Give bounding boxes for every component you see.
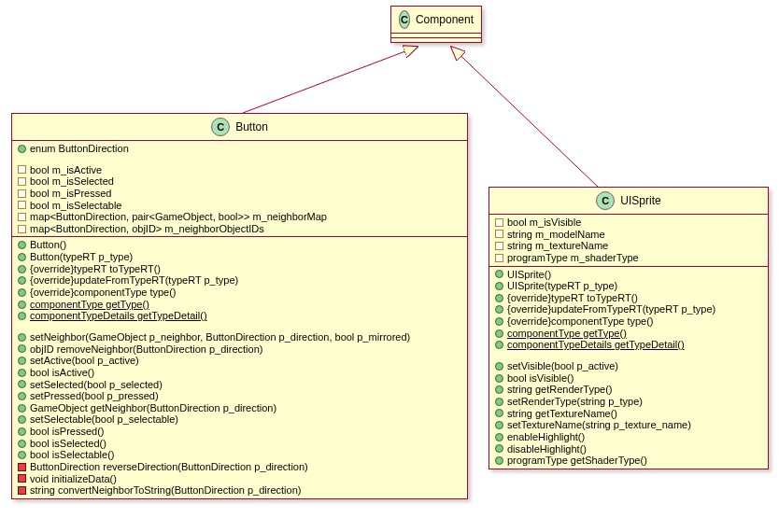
public-method-icon <box>495 270 503 278</box>
fields-section: enum ButtonDirection bool m_isActive boo… <box>12 141 467 237</box>
member-text: setVisible(bool p_active) <box>507 360 618 372</box>
member-text: {override}typeRT toTypeRT() <box>507 292 638 304</box>
public-method-icon <box>18 357 26 365</box>
member-text: disableHighlight() <box>507 443 587 455</box>
method: {override}updateFromTypeRT(typeRT p_type… <box>18 274 461 287</box>
method: setVisible(bool p_active) <box>495 360 762 372</box>
field-icon <box>18 225 26 233</box>
public-method-icon <box>18 301 26 309</box>
public-method-icon <box>495 409 503 417</box>
public-method-icon <box>18 265 26 273</box>
method: Button(typeRT p_type) <box>18 251 461 263</box>
field: programType m_shaderType <box>495 252 762 264</box>
field-icon <box>495 218 503 227</box>
public-method-icon <box>18 380 26 388</box>
member-text: string m_modelName <box>507 229 605 241</box>
public-method-icon <box>495 444 503 453</box>
public-method-icon <box>18 440 26 448</box>
class-header: C UISprite <box>489 188 768 215</box>
methods-section: UISprite() UISprite(typeRT p_type) {over… <box>489 267 768 469</box>
method: setPressed(bool p_pressed) <box>18 390 461 402</box>
empty-methods <box>391 38 481 42</box>
method: {override}typeRT toTypeRT() <box>495 292 762 304</box>
private-method-icon <box>18 474 26 483</box>
method: setSelected(bool p_selected) <box>18 379 461 391</box>
field-icon <box>18 189 26 198</box>
method: bool isPressed() <box>18 426 461 438</box>
member-text: UISprite(typeRT p_type) <box>507 280 617 292</box>
member-text: string getTextureName() <box>507 408 617 420</box>
member-text: bool isSelectable() <box>30 449 115 461</box>
field: string m_modelName <box>495 229 762 241</box>
member-text: Button(typeRT p_type) <box>30 251 133 263</box>
member-text: {override}componentType type() <box>507 315 654 328</box>
field-icon <box>495 230 503 238</box>
member-text: bool m_isVisible <box>507 217 581 229</box>
svg-line-0 <box>243 47 418 113</box>
private-method-icon <box>18 463 26 471</box>
member-text: programType m_shaderType <box>507 252 639 264</box>
public-icon <box>18 145 26 153</box>
public-method-icon <box>18 392 26 400</box>
member-text: setSelected(bool p_selected) <box>30 379 163 391</box>
public-method-icon <box>495 456 503 465</box>
public-method-icon <box>18 288 26 297</box>
public-method-icon <box>495 385 503 394</box>
public-method-icon <box>495 398 503 406</box>
field: string m_textureName <box>495 240 762 252</box>
method: objID removeNeighbor(ButtonDirection p_d… <box>18 343 461 356</box>
public-method-icon <box>495 317 503 326</box>
field-icon <box>18 165 26 174</box>
public-method-icon <box>18 276 26 285</box>
fields-section: bool m_isVisible string m_modelName stri… <box>489 215 768 267</box>
member-text: {override}typeRT toTypeRT() <box>30 263 161 275</box>
method: enableHighlight() <box>495 431 762 443</box>
member-text: setNeighbor(GameObject p_neighbor, Butto… <box>30 331 410 343</box>
member-text: {override}componentType type() <box>30 287 177 299</box>
public-method-icon <box>495 433 503 441</box>
class-title: Component <box>416 13 474 26</box>
member-text: bool m_isSelected <box>30 175 114 188</box>
public-method-icon <box>18 333 26 342</box>
public-method-icon <box>18 369 26 377</box>
field-icon <box>495 254 503 262</box>
member-text: string m_textureName <box>507 240 608 252</box>
member-text: bool isPressed() <box>30 426 104 438</box>
class-header: C Button <box>12 114 467 141</box>
svg-line-1 <box>451 47 598 187</box>
member-text: setSelectable(bool p_selectable) <box>30 413 178 426</box>
method: string getRenderType() <box>495 384 762 396</box>
member-text: bool isActive() <box>30 367 94 379</box>
member-text: GameObject getNeighbor(ButtonDirection p… <box>30 402 276 414</box>
member-text: setPressed(bool p_pressed) <box>30 390 159 402</box>
enum-member: enum ButtonDirection <box>18 143 461 155</box>
public-method-icon <box>18 241 26 249</box>
stereotype-icon: C <box>211 118 230 136</box>
member-text: map<ButtonDirection, objID> m_neighborOb… <box>30 223 264 235</box>
class-title: UISprite <box>620 194 660 207</box>
member-text: enableHighlight() <box>507 431 585 443</box>
method: bool isVisible() <box>495 372 762 385</box>
method: UISprite() <box>495 269 762 281</box>
member-text: {override}updateFromTypeRT(typeRT p_type… <box>507 303 715 315</box>
field-icon <box>18 201 26 209</box>
public-method-icon <box>18 427 26 436</box>
field-icon <box>495 242 503 250</box>
public-method-icon <box>495 305 503 314</box>
public-method-icon <box>495 329 503 338</box>
public-method-icon <box>495 374 503 383</box>
method: bool isSelectable() <box>18 449 461 461</box>
member-text: bool isVisible() <box>507 372 574 385</box>
field: bool m_isSelectable <box>18 200 461 212</box>
field: bool m_isPressed <box>18 188 461 200</box>
public-method-icon <box>495 362 503 371</box>
public-method-icon <box>495 294 503 302</box>
field: map<ButtonDirection, objID> m_neighborOb… <box>18 223 461 235</box>
member-text: setRenderType(string p_type) <box>507 396 643 408</box>
member-text: string convertNeighborToString(ButtonDir… <box>30 484 301 497</box>
method: {override}typeRT toTypeRT() <box>18 263 461 275</box>
public-method-icon <box>18 344 26 353</box>
method: {override}componentType type() <box>495 315 762 328</box>
member-text: bool m_isSelectable <box>30 200 121 212</box>
field: bool m_isActive <box>18 164 461 176</box>
